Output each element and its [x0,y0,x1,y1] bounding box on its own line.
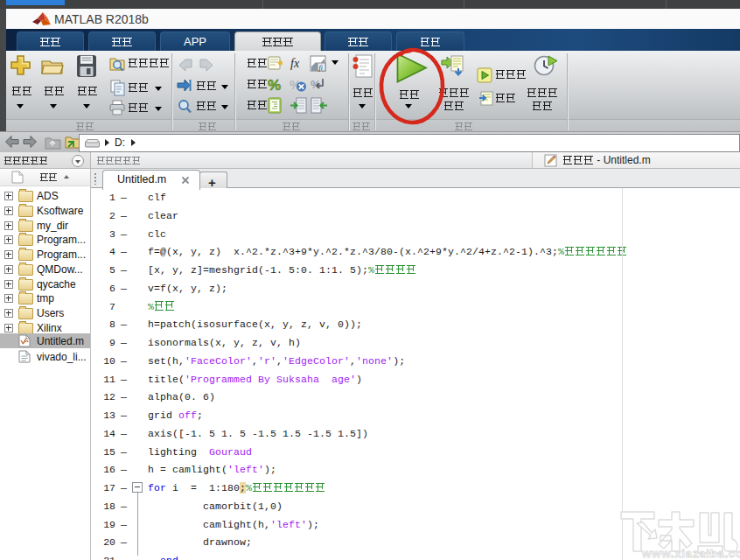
svg-text:fx: fx [290,57,300,70]
svg-text:%: % [311,78,321,91]
svg-text:fi: fi [319,64,323,72]
svg-text:%: % [268,77,281,93]
svg-text:www.xiazaiba.com: www.xiazaiba.com [641,547,740,560]
